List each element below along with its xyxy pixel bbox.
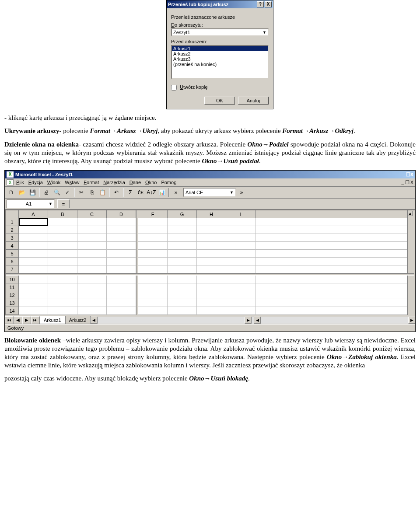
list-item[interactable]: (przenieś na koniec) [172, 62, 268, 67]
vscroll[interactable] [407, 250, 414, 258]
close-button[interactable]: X [410, 172, 413, 177]
cell[interactable] [256, 276, 407, 283]
cell[interactable] [77, 234, 107, 242]
cell[interactable] [197, 307, 226, 315]
cell[interactable] [77, 276, 107, 283]
cell[interactable] [48, 291, 77, 299]
cell[interactable] [77, 307, 107, 315]
cell[interactable] [48, 218, 77, 226]
cell[interactable] [48, 234, 77, 242]
cell[interactable] [107, 299, 136, 307]
print-icon[interactable]: 🖨 [42, 188, 51, 197]
copy-icon[interactable]: ⎘ [87, 188, 97, 197]
row-header[interactable]: 2 [6, 226, 19, 234]
column-header[interactable]: A [19, 210, 48, 218]
cell[interactable] [138, 283, 168, 291]
row-header[interactable]: 6 [6, 258, 19, 265]
cell[interactable] [48, 307, 77, 315]
cell[interactable] [77, 226, 107, 234]
cell[interactable] [19, 299, 48, 307]
list-item[interactable]: Arkusz3 [172, 56, 268, 62]
cell[interactable] [48, 265, 77, 273]
cell[interactable] [226, 283, 256, 291]
checkbox-input[interactable] [171, 85, 177, 91]
cell[interactable] [138, 291, 168, 299]
cell[interactable] [138, 276, 168, 283]
cell[interactable] [107, 234, 136, 242]
cell[interactable] [138, 242, 168, 250]
cell[interactable] [77, 218, 107, 226]
cell[interactable] [256, 291, 407, 299]
cell[interactable] [197, 242, 226, 250]
cell[interactable] [77, 265, 107, 273]
cell[interactable] [226, 265, 256, 273]
cell[interactable] [168, 307, 197, 315]
tab-nav-first[interactable]: ⏮ [5, 316, 14, 324]
column-header[interactable]: I [226, 210, 256, 218]
cell[interactable] [77, 299, 107, 307]
vscroll[interactable] [407, 283, 414, 291]
sort-icon[interactable]: A↓Z [147, 188, 156, 197]
column-header[interactable]: D [107, 210, 136, 218]
vscroll[interactable] [407, 242, 414, 250]
cell[interactable] [77, 242, 107, 250]
cell[interactable] [138, 234, 168, 242]
cell[interactable] [48, 250, 77, 258]
cell[interactable] [226, 307, 256, 315]
cell[interactable] [168, 299, 197, 307]
tab-nav-last[interactable]: ⏭ [31, 316, 40, 324]
cell[interactable] [48, 299, 77, 307]
sum-icon[interactable]: Σ [126, 188, 135, 197]
cell[interactable] [48, 283, 77, 291]
hscroll-left[interactable]: ◀ [91, 317, 98, 324]
vscroll[interactable] [407, 226, 414, 234]
cell[interactable] [138, 307, 168, 315]
cell[interactable] [19, 250, 48, 258]
vscroll[interactable] [407, 307, 414, 315]
font-selector[interactable]: Arial CE ▼ [183, 188, 236, 197]
cell[interactable] [168, 276, 197, 283]
cell[interactable] [138, 226, 168, 234]
row-header[interactable]: 12 [6, 291, 19, 299]
cell[interactable] [168, 291, 197, 299]
ok-button[interactable]: OK [204, 97, 235, 105]
tab-nav-prev[interactable]: ◀ [14, 316, 22, 324]
cell[interactable] [77, 291, 107, 299]
column-header[interactable]: G [168, 210, 197, 218]
cell[interactable] [197, 226, 226, 234]
fx-icon[interactable]: f∗ [136, 188, 146, 197]
vscroll[interactable] [407, 265, 414, 273]
sheet-list[interactable]: Arkusz1 Arkusz2 Arkusz3 (przenieś na kon… [171, 45, 269, 79]
cell[interactable] [77, 258, 107, 265]
mdi-close-button[interactable]: X [410, 180, 413, 185]
column-header[interactable]: B [48, 210, 77, 218]
preview-icon[interactable]: 🔍 [52, 188, 62, 197]
cell[interactable] [168, 250, 197, 258]
cell[interactable] [138, 218, 168, 226]
cell[interactable] [19, 258, 48, 265]
vscroll[interactable] [407, 299, 414, 307]
cell[interactable] [138, 258, 168, 265]
cell[interactable] [197, 250, 226, 258]
column-header[interactable]: C [77, 210, 107, 218]
cell[interactable] [256, 258, 407, 265]
cell[interactable] [197, 265, 226, 273]
hscroll-right[interactable]: ▶ [245, 317, 252, 324]
cell[interactable] [107, 218, 136, 226]
cell[interactable] [168, 283, 197, 291]
cell[interactable] [197, 276, 226, 283]
paste-icon[interactable]: 📋 [98, 188, 107, 197]
row-header[interactable]: 3 [6, 234, 19, 242]
menu-widok[interactable]: Widok [47, 180, 61, 185]
hscroll-left[interactable]: ◀ [254, 317, 261, 324]
spell-icon[interactable]: ✓ [63, 188, 72, 197]
cell[interactable] [256, 299, 407, 307]
vscroll[interactable] [407, 276, 414, 283]
cell[interactable] [107, 291, 136, 299]
row-header[interactable]: 10 [6, 276, 19, 283]
menu-format[interactable]: Format [84, 180, 99, 185]
cell[interactable] [19, 265, 48, 273]
help-button[interactable]: ? [257, 1, 264, 7]
cell[interactable] [168, 258, 197, 265]
cell[interactable] [226, 299, 256, 307]
